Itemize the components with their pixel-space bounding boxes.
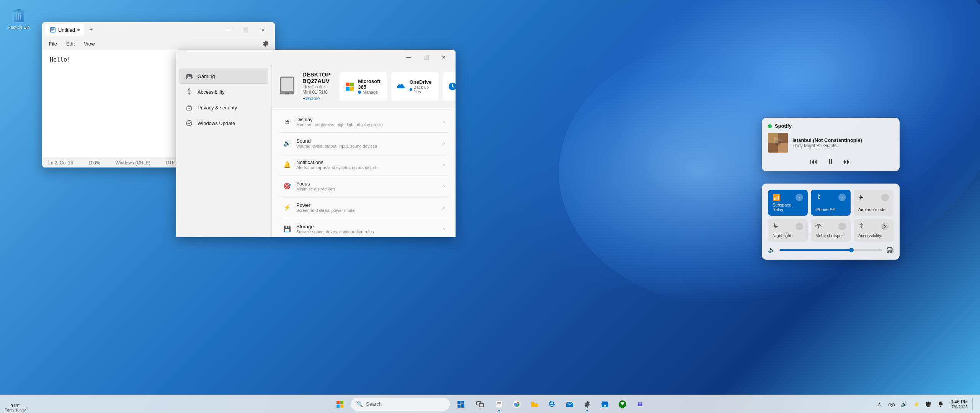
qs-tile-bluetooth[interactable]: › iPhone SE: [811, 190, 851, 216]
device-model: IdeaCentre Mini 01IRH8: [302, 84, 332, 95]
settings-minimize[interactable]: —: [400, 51, 417, 63]
app-edge[interactable]: [544, 396, 560, 413]
airplane-expand: [881, 193, 889, 201]
view-menu[interactable]: View: [80, 39, 98, 48]
settings-window-controls: — ⬜ ✕: [400, 51, 452, 63]
weather-widget[interactable]: 91°F Partly sunny: [0, 395, 30, 413]
sidebar-item-gaming[interactable]: 🎮 Gaming: [179, 68, 268, 84]
svg-rect-36: [479, 403, 483, 407]
row-text-notifications: Notifications Alerts from apps and syste…: [296, 159, 377, 170]
taskbar-right: ∧ 🔊 ⚡ 3:46 PM 7/6/2023: [874, 395, 980, 413]
sound-icon: 🔊: [283, 139, 292, 148]
maximize-button[interactable]: ⬜: [237, 24, 254, 36]
previous-button[interactable]: ⏮: [810, 157, 818, 166]
chevron-sound: ›: [443, 141, 445, 146]
tray-network[interactable]: [886, 396, 897, 413]
sidebar-item-accessibility[interactable]: Accessibility: [179, 84, 268, 99]
svg-rect-30: [340, 405, 343, 408]
settings-maximize[interactable]: ⬜: [417, 51, 435, 63]
service-windows-update[interactable]: Windows Update Attention needed: [443, 72, 456, 101]
album-art: [768, 133, 788, 153]
sidebar-item-windows-update[interactable]: Windows Update: [179, 115, 268, 131]
device-name: DESKTOP-BQ27AUV: [302, 71, 332, 84]
service-onedrive[interactable]: OneDrive Back up files: [391, 72, 439, 101]
weather-temp: 91°F: [11, 403, 20, 408]
play-pause-button[interactable]: ⏸: [827, 157, 835, 166]
settings-window: — ⬜ ✕ 🎮 Gaming Ac: [176, 50, 456, 237]
new-tab-button[interactable]: +: [86, 24, 96, 35]
accessibility-icon: [185, 88, 193, 96]
svg-rect-37: [496, 401, 502, 408]
sidebar-item-privacy[interactable]: Privacy & security: [179, 100, 268, 115]
notepad-tab[interactable]: Untitled: [45, 24, 84, 36]
settings-icon[interactable]: [260, 38, 272, 49]
tray-notifications[interactable]: [935, 396, 946, 413]
qs-tile-wifi[interactable]: 📶 › Subspace Relay: [768, 190, 808, 216]
tab-unsaved-dot: [77, 29, 80, 31]
widgets-button[interactable]: [452, 396, 469, 413]
rename-link[interactable]: Rename: [302, 96, 320, 101]
tile-top-nightlight: [773, 223, 803, 230]
tray-battery[interactable]: ⚡: [911, 396, 921, 413]
recycle-bin[interactable]: Recycle Bin: [6, 4, 32, 31]
app-explorer[interactable]: [526, 396, 543, 413]
edit-menu[interactable]: Edit: [62, 39, 78, 48]
settings-row-power[interactable]: ⚡ Power Screen and sleep, power mode ›: [278, 197, 449, 218]
tray-shield[interactable]: [923, 396, 934, 413]
qs-tile-accessibility[interactable]: Accessibility: [854, 219, 893, 242]
np-app-name: Spotify: [775, 123, 792, 129]
settings-row-sound[interactable]: 🔊 Sound Volume levels, output, input, so…: [278, 133, 449, 154]
bt-expand-arrow[interactable]: ›: [838, 193, 846, 201]
svg-point-12: [189, 108, 190, 109]
tray-up-arrow[interactable]: ∧: [874, 396, 885, 413]
np-info: Istanbul (Not Constantinople) They Might…: [792, 137, 862, 148]
notepad-tab-label: Untitled: [58, 27, 75, 33]
settings-row-storage[interactable]: 💾 Storage Storage space, drives, configu…: [278, 218, 449, 237]
chevron-power: ›: [443, 205, 445, 210]
wifi-label: Subspace Relay: [773, 203, 803, 212]
show-desktop-button[interactable]: [972, 398, 975, 410]
device-icon: [279, 75, 295, 98]
qs-tile-airplane[interactable]: ✈ Airplane mode: [854, 190, 893, 216]
minimize-button[interactable]: —: [219, 24, 237, 36]
task-view-button[interactable]: [472, 396, 488, 413]
wifi-expand-arrow[interactable]: ›: [795, 193, 803, 201]
start-button[interactable]: [332, 396, 348, 413]
qs-tile-nightlight[interactable]: Night light: [768, 219, 808, 242]
airplane-label: Airplane mode: [858, 207, 889, 212]
chevron-display: ›: [443, 119, 445, 125]
app-xbox[interactable]: [614, 396, 631, 413]
volume-thumb[interactable]: [849, 248, 854, 252]
tile-top-accessibility: [858, 223, 889, 230]
app-settings[interactable]: [579, 396, 596, 413]
app-mail[interactable]: [561, 396, 578, 413]
window-controls: — ⬜ ✕: [219, 24, 272, 36]
app-chrome[interactable]: [508, 396, 525, 413]
settings-row-focus[interactable]: 🎯 Focus Minimize distractions ›: [278, 176, 449, 197]
svg-point-48: [639, 402, 641, 404]
search-icon: 🔍: [356, 401, 363, 407]
next-button[interactable]: ⏭: [844, 157, 851, 166]
app-teams[interactable]: [632, 396, 648, 413]
svg-point-13: [186, 120, 192, 126]
app-notepad[interactable]: [491, 396, 508, 413]
qs-tile-hotspot[interactable]: Mobile hotspot: [811, 219, 851, 242]
clock-area[interactable]: 3:46 PM 7/6/2023: [947, 396, 971, 413]
settings-row-display[interactable]: 🖥 Display Monitors, brightness, night li…: [278, 111, 449, 133]
search-bar[interactable]: 🔍 Search: [351, 397, 450, 411]
file-menu[interactable]: File: [45, 39, 61, 48]
clock-time: 3:46 PM: [951, 399, 968, 405]
settings-close[interactable]: ✕: [435, 51, 452, 63]
tray-volume[interactable]: 🔊: [898, 396, 909, 413]
volume-slider[interactable]: [779, 249, 882, 251]
settings-row-notifications[interactable]: 🔔 Notifications Alerts from apps and sys…: [278, 154, 449, 176]
pinned-apps: [491, 396, 648, 413]
qs-edit-button[interactable]: ✏: [889, 248, 893, 255]
close-button[interactable]: ✕: [254, 24, 272, 36]
row-left-notifications: 🔔 Notifications Alerts from apps and sys…: [283, 159, 377, 170]
tile-top-bt: ›: [815, 193, 846, 201]
tile-top-wifi: 📶 ›: [773, 193, 803, 201]
row-text-sound: Sound Volume levels, output, input, soun…: [296, 138, 377, 148]
app-store[interactable]: [596, 396, 613, 413]
service-microsoft365[interactable]: Microsoft 365 Manage: [340, 72, 387, 101]
